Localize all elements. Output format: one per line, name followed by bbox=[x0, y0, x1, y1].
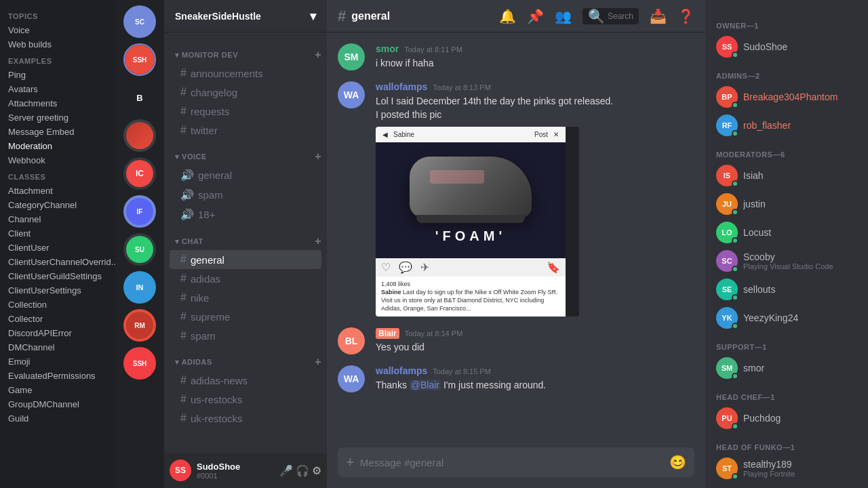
status-locust bbox=[732, 237, 738, 244]
channel-twitter[interactable]: # twitter bbox=[170, 121, 321, 140]
message-mention-blair[interactable]: @Blair bbox=[410, 380, 441, 390]
channel-settings-icon[interactable]: ⚙ bbox=[293, 254, 302, 265]
message-author-wallofamps-2[interactable]: wallofamps bbox=[376, 365, 427, 376]
server-dropdown-icon[interactable]: ▾ bbox=[310, 9, 316, 24]
docs-item-attachment[interactable]: Attachment bbox=[0, 184, 115, 198]
chat-input[interactable] bbox=[360, 457, 664, 468]
message-author-smor[interactable]: smor bbox=[376, 43, 399, 54]
channel-hash-icon: # bbox=[338, 7, 346, 25]
docs-item-web-builds[interactable]: Web builds bbox=[0, 37, 115, 52]
channel-voice-general[interactable]: 🔊 general bbox=[170, 165, 321, 185]
member-smor[interactable]: SM smor bbox=[711, 354, 863, 382]
category-adidas[interactable]: ▾ ADIDAS + bbox=[164, 345, 327, 371]
mute-icon[interactable]: 🎤 bbox=[279, 464, 293, 477]
docs-item-avatars[interactable]: Avatars bbox=[0, 82, 115, 96]
bell-icon[interactable]: 🔔 bbox=[499, 8, 516, 24]
category-monitor-dev[interactable]: ▾ MONITOR DEV + bbox=[164, 38, 327, 64]
docs-item-guild[interactable]: Guild bbox=[0, 411, 115, 426]
member-category-admins: ADMINS—2 bbox=[711, 61, 863, 83]
member-name-justin: justin bbox=[743, 199, 857, 209]
message-author-wallofamps[interactable]: wallofamps bbox=[376, 81, 427, 92]
text-channel-icon: # bbox=[180, 253, 186, 266]
member-stealthy[interactable]: ST stealthy189 Playing Fortnite bbox=[711, 454, 863, 483]
member-rob[interactable]: RF rob_flasher bbox=[711, 111, 863, 140]
category-chat[interactable]: ▾ CHAT + bbox=[164, 224, 327, 250]
docs-item-game[interactable]: Game bbox=[0, 383, 115, 397]
server-icon-3[interactable] bbox=[123, 119, 156, 152]
member-isiah[interactable]: IS Isiah bbox=[711, 161, 863, 190]
docs-item-evaluated-permissions[interactable]: EvaluatedPermissions bbox=[0, 369, 115, 383]
member-breakage[interactable]: BP Breakage304Phantom bbox=[711, 83, 863, 111]
category-add-monitor[interactable]: + bbox=[315, 49, 321, 61]
emoji-icon[interactable]: 😊 bbox=[669, 454, 686, 470]
deafen-icon[interactable]: 🎧 bbox=[296, 464, 309, 477]
server-icon-8[interactable]: SSH bbox=[123, 347, 156, 380]
docs-item-collection[interactable]: Collection bbox=[0, 298, 115, 312]
channel-voice-18plus[interactable]: 🔊 18+ bbox=[170, 205, 321, 224]
member-scooby[interactable]: SC Scooby Playing Visual Studio Code bbox=[711, 247, 863, 275]
channel-uk-restocks[interactable]: # uk-restocks bbox=[170, 409, 321, 428]
avatar-isiah: IS bbox=[716, 165, 738, 186]
server-icon-2[interactable]: B bbox=[123, 81, 156, 114]
member-puchdog[interactable]: PU Puchdog bbox=[711, 404, 863, 432]
docs-item-client-user-guild[interactable]: ClientUserGuildSettings bbox=[0, 269, 115, 283]
category-add-voice[interactable]: + bbox=[315, 150, 321, 163]
category-add-adidas[interactable]: + bbox=[315, 356, 321, 368]
docs-item-client-user-channel[interactable]: ClientUserChannelOverrid... bbox=[0, 255, 115, 269]
member-sellouts[interactable]: SE sellouts bbox=[711, 275, 863, 304]
message-author-blair[interactable]: Blair bbox=[376, 327, 399, 338]
server-header[interactable]: SneakerSideHustle ▾ bbox=[164, 0, 327, 33]
server-icon-5[interactable]: SU bbox=[123, 233, 156, 266]
channel-adidas[interactable]: # adidas bbox=[170, 269, 321, 288]
channel-requests[interactable]: # requests bbox=[170, 102, 321, 121]
server-icon-0[interactable]: SC bbox=[123, 5, 156, 38]
inbox-icon[interactable]: 📥 bbox=[650, 8, 667, 24]
channel-spam[interactable]: # spam bbox=[170, 326, 321, 345]
server-icon-1[interactable]: SSH bbox=[123, 43, 156, 76]
members-icon[interactable]: 👥 bbox=[555, 8, 572, 24]
member-justin[interactable]: JU justin bbox=[711, 190, 863, 218]
docs-item-moderation[interactable]: Moderation bbox=[0, 139, 115, 153]
channel-adidas-news[interactable]: # adidas-news bbox=[170, 371, 321, 390]
channel-voice-spam[interactable]: 🔊 spam bbox=[170, 185, 321, 205]
channel-changelog[interactable]: # changelog bbox=[170, 83, 321, 102]
server-icon-6[interactable]: IN bbox=[123, 271, 156, 304]
docs-item-collector[interactable]: Collector bbox=[0, 312, 115, 326]
docs-item-client-user-settings[interactable]: ClientUserSettings bbox=[0, 283, 115, 298]
docs-item-group-dm-channel[interactable]: GroupDMChannel bbox=[0, 397, 115, 411]
message-text-2: Yes you did bbox=[376, 341, 694, 354]
member-yeezyking[interactable]: YK YeezyKing24 bbox=[711, 304, 863, 332]
docs-item-emoji[interactable]: Emoji bbox=[0, 354, 115, 369]
channel-members-icon[interactable]: 👤 bbox=[304, 254, 316, 265]
docs-item-webhook[interactable]: Webhook bbox=[0, 153, 115, 167]
docs-item-client-user[interactable]: ClientUser bbox=[0, 241, 115, 255]
docs-item-ping[interactable]: Ping bbox=[0, 68, 115, 82]
docs-item-client[interactable]: Client bbox=[0, 226, 115, 241]
docs-item-category-channel[interactable]: CategoryChannel bbox=[0, 198, 115, 212]
docs-item-dm-channel[interactable]: DMChannel bbox=[0, 340, 115, 354]
member-sudoshoe[interactable]: SS SudoShoe bbox=[711, 33, 863, 61]
docs-item-server-greeting[interactable]: Server greeting bbox=[0, 110, 115, 125]
classes-header: CLASSES bbox=[0, 167, 115, 184]
server-icon-incognito[interactable]: IF bbox=[123, 195, 156, 228]
docs-item-voice[interactable]: Voice bbox=[0, 23, 115, 37]
docs-item-message-embed[interactable]: Message Embed bbox=[0, 125, 115, 139]
docs-item-channel[interactable]: Channel bbox=[0, 212, 115, 226]
search-bar[interactable]: 🔍 Search bbox=[583, 8, 639, 24]
category-voice[interactable]: ▾ VOICE + bbox=[164, 140, 327, 165]
docs-item-attachments[interactable]: Attachments bbox=[0, 96, 115, 110]
channel-us-restocks[interactable]: # us-restocks bbox=[170, 390, 321, 409]
channel-supreme[interactable]: # supreme bbox=[170, 307, 321, 326]
add-attachment-icon[interactable]: + bbox=[346, 453, 355, 471]
channel-general[interactable]: # general ⚙ 👤 bbox=[170, 250, 321, 269]
server-icon-4[interactable]: IC bbox=[123, 157, 156, 190]
member-locust[interactable]: LO Locust bbox=[711, 218, 863, 247]
help-icon[interactable]: ❓ bbox=[677, 8, 694, 24]
pin-icon[interactable]: 📌 bbox=[527, 8, 544, 24]
channel-nike[interactable]: # nike bbox=[170, 288, 321, 307]
settings-icon[interactable]: ⚙ bbox=[312, 464, 321, 477]
category-add-chat[interactable]: + bbox=[315, 235, 321, 247]
channel-announcements[interactable]: # announcements bbox=[170, 64, 321, 83]
docs-item-discord-api-error[interactable]: DiscordAPIError bbox=[0, 326, 115, 340]
server-icon-7[interactable]: RM bbox=[123, 309, 156, 342]
